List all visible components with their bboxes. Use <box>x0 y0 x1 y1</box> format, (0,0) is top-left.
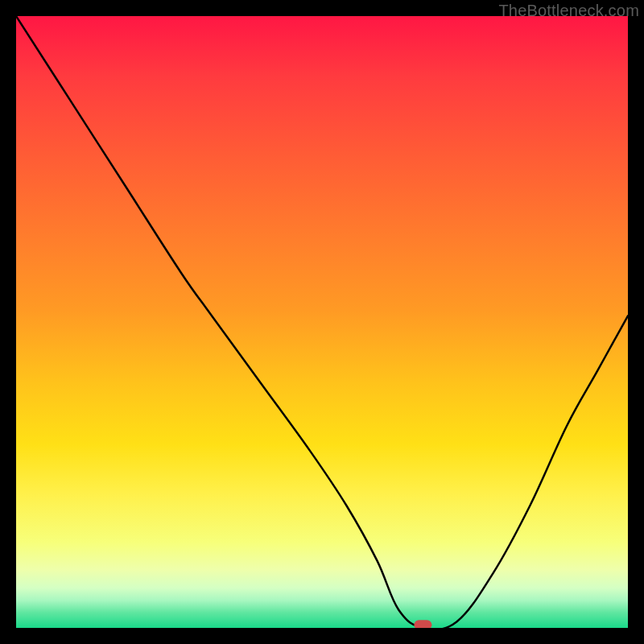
optimal-marker <box>414 620 431 628</box>
watermark-text: TheBottleneck.com <box>498 2 639 20</box>
bottleneck-curve <box>16 16 628 628</box>
plot-area <box>16 16 628 628</box>
curve-layer <box>16 16 628 628</box>
chart-frame: TheBottleneck.com <box>0 0 644 644</box>
